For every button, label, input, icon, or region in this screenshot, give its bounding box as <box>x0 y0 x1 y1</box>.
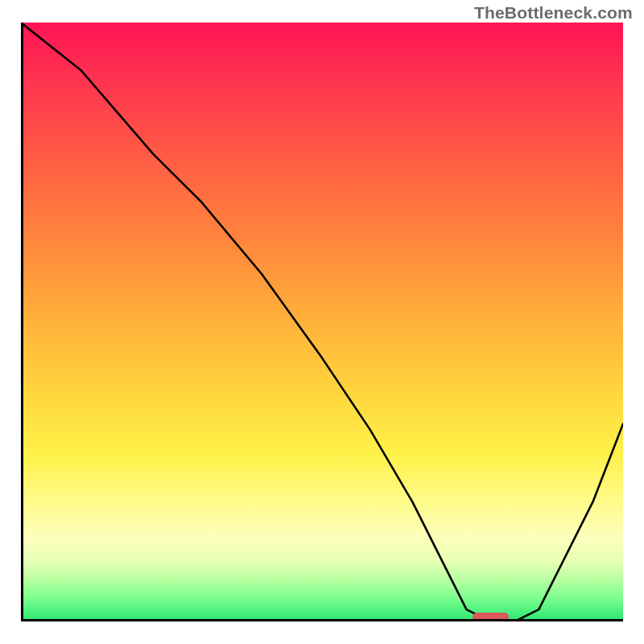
bottleneck-curve <box>21 23 623 621</box>
watermark-text: TheBottleneck.com <box>474 3 633 23</box>
optimal-marker <box>473 613 509 621</box>
plot-area <box>21 23 623 621</box>
chart-container: TheBottleneck.com <box>0 0 644 644</box>
